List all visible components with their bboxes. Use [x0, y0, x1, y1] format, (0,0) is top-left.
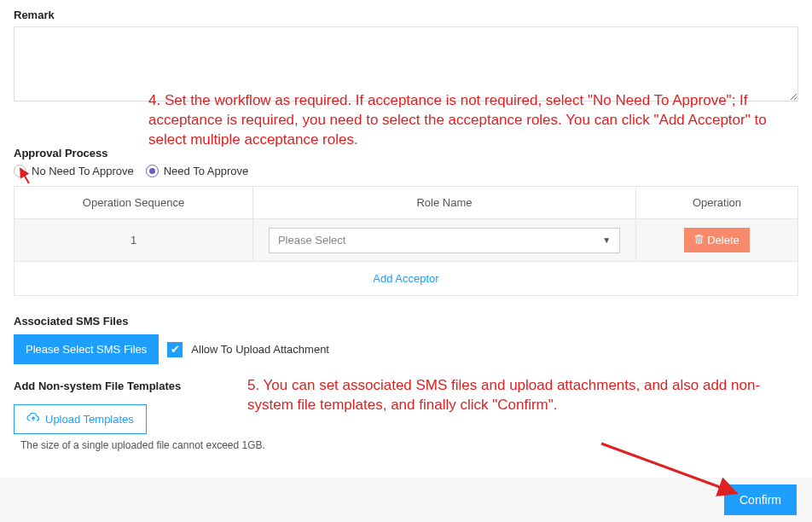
delete-label: Delete — [707, 234, 740, 246]
upload-size-note: The size of a single uploaded file canno… — [20, 439, 798, 451]
radio-icon — [14, 165, 26, 177]
table-row: 1 Please Select ▼ Delete — [14, 219, 798, 262]
header-role-name: Role Name — [253, 187, 636, 219]
select-placeholder: Please Select — [278, 234, 346, 246]
header-operation-sequence: Operation Sequence — [14, 187, 253, 219]
remark-textarea[interactable] — [14, 26, 798, 102]
radio-icon — [146, 165, 159, 177]
delete-button[interactable]: Delete — [684, 228, 750, 252]
footer-bar: Confirm — [0, 478, 812, 522]
radio-no-need-to-approve[interactable]: No Need To Approve — [14, 165, 134, 177]
add-acceptor-link[interactable]: Add Acceptor — [373, 272, 438, 285]
approval-table: Operation Sequence Role Name Operation 1… — [14, 186, 798, 296]
cloud-upload-icon — [26, 413, 40, 426]
radio-need-to-approve[interactable]: Need To Approve — [146, 165, 249, 177]
check-icon: ✔ — [171, 343, 180, 356]
associated-sms-files-label: Associated SMS Files — [14, 315, 798, 328]
radio-label: No Need To Approve — [32, 165, 134, 177]
remark-label: Remark — [14, 9, 798, 21]
trash-icon — [694, 234, 704, 246]
allow-upload-checkbox[interactable]: ✔ — [167, 342, 183, 357]
approval-process-label: Approval Process — [14, 147, 798, 160]
add-nonsystem-templates-label: Add Non-system File Templates — [14, 380, 798, 392]
upload-templates-button[interactable]: Upload Templates — [14, 404, 147, 434]
header-operation: Operation — [636, 187, 798, 219]
cell-sequence: 1 — [14, 219, 253, 262]
radio-label: Need To Approve — [164, 165, 249, 177]
role-select[interactable]: Please Select ▼ — [269, 228, 620, 253]
allow-upload-label: Allow To Upload Attachment — [191, 343, 329, 356]
confirm-button[interactable]: Confirm — [724, 484, 797, 515]
upload-templates-label: Upload Templates — [45, 413, 134, 426]
chevron-down-icon: ▼ — [602, 235, 611, 245]
select-sms-files-button[interactable]: Please Select SMS Files — [14, 334, 159, 364]
